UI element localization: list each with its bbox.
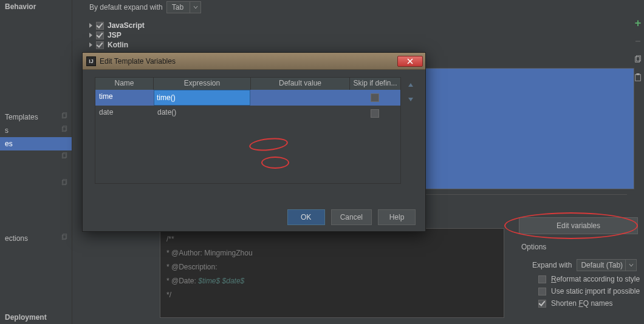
expand-with-value: Tab [172, 3, 183, 12]
lang-item-jsp[interactable]: JSP [89, 30, 644, 40]
cell-default[interactable] [251, 90, 350, 106]
sidebar-item-deployment[interactable]: Deployment [0, 311, 72, 324]
lang-checkbox[interactable] [96, 41, 104, 49]
reformat-label: Reformat according to style [551, 275, 640, 283]
sidebar-item-label: Templates [5, 113, 38, 121]
close-button[interactable] [397, 56, 423, 67]
template-text-editor[interactable]: /** * @Author: MingmingZhou * @Descripti… [160, 228, 504, 318]
col-name[interactable]: Name [95, 78, 154, 90]
help-button[interactable]: Help [378, 209, 416, 225]
minus-icon[interactable] [633, 36, 643, 46]
code-line: * @Date: [166, 277, 198, 285]
sidebar-item-ections[interactable]: ections [0, 232, 72, 245]
expand-caret-icon[interactable] [89, 33, 92, 38]
col-default-value[interactable]: Default value [251, 78, 350, 90]
cell-name[interactable]: date [95, 106, 154, 121]
code-line: * @Author: MingmingZhou [166, 249, 253, 257]
add-icon[interactable]: + [633, 18, 643, 28]
options-heading: Options [521, 243, 644, 251]
move-up-button[interactable] [406, 81, 416, 90]
copy-icon[interactable] [633, 55, 643, 64]
code-line: * @Description: [166, 263, 218, 271]
sidebar-item-behavior[interactable]: Behavior [0, 0, 72, 13]
cell-name[interactable]: time [95, 90, 154, 106]
sidebar-item-blank2[interactable] [0, 177, 72, 195]
copy-icon [61, 234, 68, 243]
expand-with-sub-dropdown[interactable]: Default (Tab) [577, 259, 637, 271]
shorten-fq-checkbox[interactable] [538, 300, 546, 308]
dialog-body: Name Expression Default value Skip if de… [83, 70, 425, 190]
lang-item-kotlin[interactable]: Kotlin [89, 40, 644, 50]
chevron-down-icon [190, 2, 200, 13]
copy-icon [61, 112, 68, 121]
paste-icon[interactable] [633, 73, 643, 83]
lang-label: Kotlin [108, 41, 128, 49]
cancel-button[interactable]: Cancel [331, 209, 372, 225]
expand-with-sub-value: Default (Tab) [581, 261, 623, 269]
col-skip-if-defined[interactable]: Skip if defin... [350, 78, 400, 90]
sidebar-item-label: es [5, 140, 13, 148]
expand-with-sub-label: Expand with [532, 261, 572, 269]
copy-icon [61, 126, 68, 135]
close-icon [406, 58, 414, 64]
cell-skip[interactable] [350, 106, 400, 121]
move-down-button[interactable] [406, 94, 416, 104]
app-icon: IJ [86, 56, 96, 66]
lang-item-javascript[interactable]: JavaScript [89, 21, 644, 30]
lang-checkbox[interactable] [96, 22, 104, 30]
edit-variables-button[interactable]: Edit variables [519, 217, 638, 234]
copy-icon [61, 152, 68, 161]
cell-default[interactable] [251, 106, 350, 121]
expand-with-label: By default expand with [89, 3, 163, 12]
row-reorder-controls [406, 81, 416, 104]
lang-label: JSP [108, 31, 122, 39]
skip-checkbox[interactable] [371, 109, 379, 118]
dialog-titlebar[interactable]: IJ Edit Template Variables [83, 53, 425, 70]
expand-caret-icon[interactable] [89, 23, 92, 28]
gutter-toolbar: + [632, 18, 644, 83]
sidebar-item-label: s [5, 126, 9, 135]
dialog-buttons: OK Cancel Help [287, 209, 416, 225]
reformat-checkbox[interactable] [538, 275, 546, 283]
expand-caret-icon[interactable] [89, 42, 92, 47]
table-row[interactable]: time [95, 90, 400, 106]
lang-checkbox[interactable] [96, 32, 104, 39]
right-options-panel: Edit variables Options Expand with Defau… [513, 212, 644, 324]
cell-expression[interactable] [154, 90, 251, 106]
table-header: Name Expression Default value Skip if de… [95, 78, 400, 90]
expression-input[interactable] [154, 90, 250, 106]
table-row[interactable]: date date() [95, 106, 400, 121]
expand-with-dropdown[interactable]: Tab [166, 1, 201, 13]
code-line: */ [166, 291, 171, 299]
sidebar-item-es[interactable]: es [0, 137, 72, 150]
cell-skip[interactable] [350, 90, 400, 106]
sidebar-item-label: ections [5, 234, 28, 243]
code-line: /** [166, 235, 174, 243]
use-static-import-label: Use static import if possible [551, 287, 640, 295]
svg-rect-14 [636, 73, 639, 75]
ok-button[interactable]: OK [287, 209, 325, 225]
shorten-fq-label: Shorten FQ names [551, 299, 612, 308]
sidebar-item-templates[interactable]: Templates [0, 110, 72, 124]
dialog-title: Edit Template Variables [100, 57, 176, 66]
lang-label: JavaScript [108, 21, 145, 30]
col-expression[interactable]: Expression [154, 78, 251, 90]
settings-sidebar: Behavior Templates s es ections Deployme… [0, 0, 72, 324]
variables-table: Name Expression Default value Skip if de… [95, 77, 401, 184]
copy-icon [61, 179, 68, 188]
edit-template-variables-dialog: IJ Edit Template Variables Name Expressi… [82, 52, 426, 232]
sidebar-item-s[interactable]: s [0, 124, 72, 137]
code-var: $date$ [222, 277, 245, 285]
chevron-down-icon [625, 260, 636, 271]
svg-rect-13 [635, 75, 641, 81]
sidebar-item-blank1[interactable] [0, 150, 72, 177]
sidebar-item-label: Deployment [5, 313, 47, 322]
skip-checkbox[interactable] [371, 93, 379, 102]
cell-expression[interactable]: date() [154, 106, 251, 121]
language-tree: JavaScript JSP Kotlin [72, 18, 644, 50]
code-var: $time$ [198, 277, 220, 285]
use-static-import-checkbox[interactable] [538, 288, 546, 295]
